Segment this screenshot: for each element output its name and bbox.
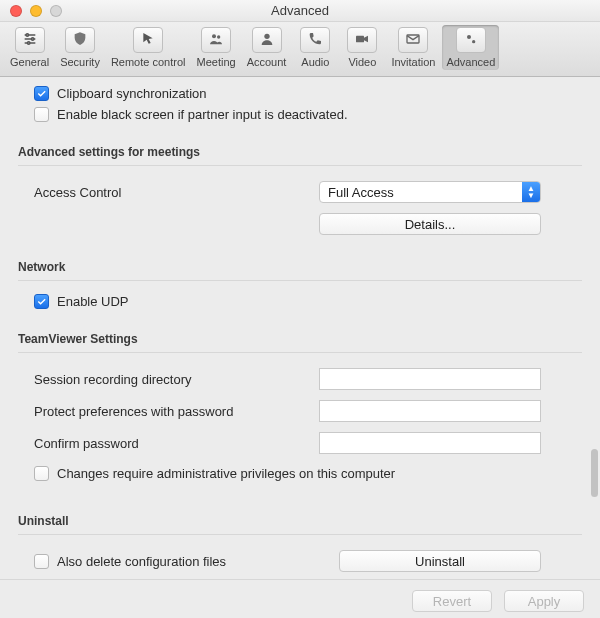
person-icon — [259, 31, 275, 50]
tab-label: Security — [60, 56, 100, 68]
svg-point-9 — [472, 40, 475, 43]
protect-password-label: Protect preferences with password — [34, 404, 319, 419]
enable-udp-checkbox[interactable] — [34, 294, 49, 309]
scrollbar-thumb[interactable] — [591, 449, 598, 497]
tab-label: Advanced — [446, 56, 495, 68]
tab-label: Meeting — [196, 56, 235, 68]
access-control-value: Full Access — [328, 185, 394, 200]
access-control-label: Access Control — [34, 185, 319, 200]
titlebar: Advanced — [0, 0, 600, 22]
enable-udp-label: Enable UDP — [57, 294, 129, 309]
tab-invitation[interactable]: Invitation — [387, 25, 439, 70]
svg-point-0 — [26, 33, 29, 36]
black-screen-row: Enable black screen if partner input is … — [14, 104, 586, 125]
admin-priv-label: Changes require administrative privilege… — [57, 466, 395, 481]
tab-meeting[interactable]: Meeting — [192, 25, 239, 70]
clipboard-sync-label: Clipboard synchronization — [57, 86, 207, 101]
svg-point-2 — [27, 41, 30, 44]
svg-point-3 — [212, 34, 216, 38]
group-icon — [208, 31, 224, 50]
tab-label: Invitation — [391, 56, 435, 68]
uninstall-section: Uninstall Also delete configuration file… — [14, 514, 586, 577]
access-control-select[interactable]: Full Access ▲▼ — [319, 181, 541, 203]
uninstall-button[interactable]: Uninstall — [339, 550, 541, 572]
tab-audio[interactable]: Audio — [293, 25, 337, 70]
svg-point-5 — [264, 33, 269, 38]
network-section-title: Network — [18, 260, 582, 281]
tab-security[interactable]: Security — [56, 25, 104, 70]
meetings-section-title: Advanced settings for meetings — [18, 145, 582, 166]
delete-config-label: Also delete configuration files — [57, 554, 226, 569]
tab-advanced[interactable]: Advanced — [442, 25, 499, 70]
tab-label: Video — [348, 56, 376, 68]
confirm-password-label: Confirm password — [34, 436, 319, 451]
black-screen-label: Enable black screen if partner input is … — [57, 107, 348, 122]
protect-password-input[interactable] — [319, 400, 541, 422]
cursor-icon — [140, 31, 156, 50]
apply-button[interactable]: Apply — [504, 590, 584, 612]
delete-config-checkbox[interactable] — [34, 554, 49, 569]
svg-point-4 — [217, 35, 220, 38]
tab-label: Remote control — [111, 56, 186, 68]
envelope-icon — [405, 31, 421, 50]
revert-button[interactable]: Revert — [412, 590, 492, 612]
recording-dir-label: Session recording directory — [34, 372, 319, 387]
network-section: Network Enable UDP — [14, 260, 586, 312]
tv-settings-section: TeamViewer Settings Session recording di… — [14, 332, 586, 484]
window-title: Advanced — [0, 3, 600, 18]
meetings-section: Advanced settings for meetings Access Co… — [14, 145, 586, 240]
tab-remote-control[interactable]: Remote control — [107, 25, 190, 70]
select-arrows-icon: ▲▼ — [522, 182, 540, 202]
details-button[interactable]: Details... — [319, 213, 541, 235]
camera-icon — [354, 31, 370, 50]
admin-priv-checkbox[interactable] — [34, 466, 49, 481]
gears-icon — [463, 31, 479, 50]
svg-point-8 — [467, 35, 471, 39]
recording-dir-input[interactable] — [319, 368, 541, 390]
tab-account[interactable]: Account — [243, 25, 291, 70]
clipboard-sync-row: Clipboard synchronization — [14, 83, 586, 104]
clipboard-sync-checkbox[interactable] — [34, 86, 49, 101]
svg-rect-6 — [356, 35, 364, 42]
sliders-icon — [22, 31, 38, 50]
preferences-toolbar: General Security Remote control Meeting … — [0, 22, 600, 77]
tv-settings-section-title: TeamViewer Settings — [18, 332, 582, 353]
shield-icon — [72, 31, 88, 50]
tab-label: General — [10, 56, 49, 68]
preferences-body: Clipboard synchronization Enable black s… — [0, 77, 600, 618]
confirm-password-input[interactable] — [319, 432, 541, 454]
footer: Revert Apply — [0, 579, 600, 612]
tab-video[interactable]: Video — [340, 25, 384, 70]
svg-point-1 — [31, 37, 34, 40]
tab-general[interactable]: General — [6, 25, 53, 70]
phone-icon — [307, 31, 323, 50]
tab-label: Audio — [301, 56, 329, 68]
black-screen-checkbox[interactable] — [34, 107, 49, 122]
tab-label: Account — [247, 56, 287, 68]
uninstall-section-title: Uninstall — [18, 514, 582, 535]
